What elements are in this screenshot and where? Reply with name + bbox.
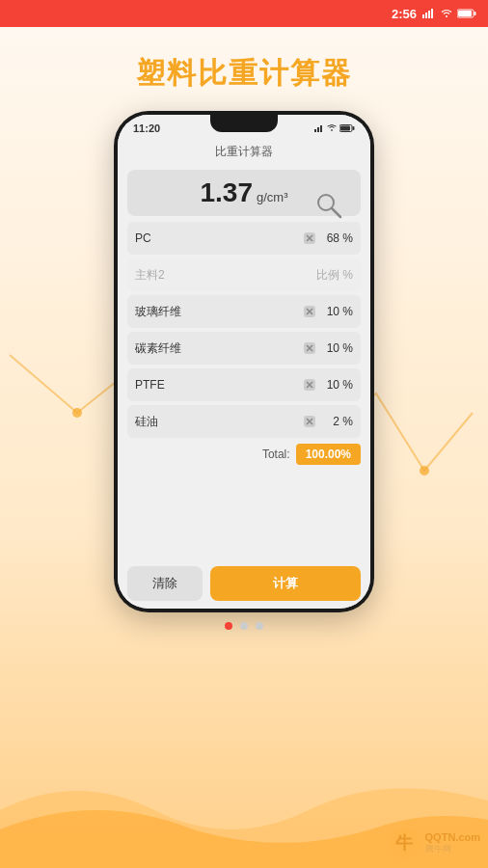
nav-dot-1[interactable] [225,622,232,630]
input-row-carbon-fiber[interactable]: 碳素纤维 10 % [127,332,361,365]
status-time: 2:56 [392,7,417,21]
app-titlebar: 比重计算器 [118,142,370,164]
bottom-nav [0,612,488,634]
wave-decoration [0,752,488,868]
total-label: Total: [262,448,290,461]
input-percent-glass-fiber: 10 % [322,305,353,318]
input-label-silicone: 硅油 [135,414,297,430]
svg-rect-11 [314,129,316,132]
x-icon-ptfe [304,379,315,391]
svg-rect-2 [428,11,430,18]
total-row: Total: 100.00% [127,442,361,467]
total-value: 100.00% [296,444,361,465]
phone-signal-icon [314,124,324,132]
page-background: 塑料比重计算器 11:20 [0,27,488,868]
status-icons [422,9,476,18]
result-display: 1.37 g/cm³ [127,170,361,216]
svg-rect-12 [317,127,319,132]
phone-battery-icon [339,124,355,132]
clear-btn-glass-fiber[interactable] [301,303,318,320]
phone-notch [210,115,278,132]
input-percent-silicone: 2 % [322,415,353,428]
phone-status-time: 11:20 [133,122,160,134]
input-row-material2[interactable]: 主料2 比例 % [127,258,361,291]
calculator-area: 1.37 g/cm³ PC [118,164,370,560]
svg-line-18 [332,208,340,217]
input-percent-ptfe: 10 % [322,378,353,392]
svg-rect-15 [353,126,355,130]
input-percent-pc: 68 % [322,231,353,245]
phone-inner: 11:20 [118,115,370,609]
x-icon-silicone [304,416,315,427]
wifi-icon [440,9,453,18]
input-row-glass-fiber[interactable]: 玻璃纤维 10 % [127,295,361,328]
svg-rect-1 [425,13,427,18]
clear-button[interactable]: 清除 [127,566,203,601]
page-title: 塑料比重计算器 [0,27,488,94]
input-row-pc[interactable]: PC 68 % [127,222,361,255]
phone-wifi-icon [327,124,337,132]
input-row-silicone[interactable]: 硅油 2 % [127,405,361,438]
clear-btn-pc[interactable] [301,230,318,247]
x-icon-pc [304,232,315,244]
input-label-pc: PC [135,231,297,245]
status-bar: 2:56 [0,0,488,27]
input-percent-carbon-fiber: 10 % [322,341,353,355]
phone-frame: 11:20 [114,111,374,612]
input-label-glass-fiber: 玻璃纤维 [135,304,297,320]
input-row-ptfe[interactable]: PTFE 10 % [127,368,361,401]
svg-rect-6 [458,11,472,16]
clear-btn-carbon-fiber[interactable] [301,339,318,357]
nav-dot-3[interactable] [256,622,263,630]
signal-icon [422,9,436,18]
phone-frame-wrapper: 11:20 [0,111,488,612]
clear-btn-silicone[interactable] [301,413,318,430]
nav-dot-2[interactable] [240,622,248,630]
x-icon-carbon-fiber [304,342,315,354]
phone-status-icons [314,124,355,132]
phone-action-buttons: 清除 计算 [118,560,370,609]
result-value: 1.37 [201,177,254,208]
input-label-material2: 主料2 [135,267,312,284]
clear-btn-ptfe[interactable] [301,376,318,393]
input-label-carbon-fiber: 碳素纤维 [135,340,297,357]
svg-rect-16 [340,126,350,131]
battery-icon [457,9,476,18]
result-unit: g/cm³ [257,190,288,204]
x-icon-glass-fiber [304,306,315,317]
calculate-button[interactable]: 计算 [210,566,361,601]
input-label-ptfe: PTFE [135,378,297,392]
svg-rect-3 [431,9,433,18]
svg-rect-13 [320,125,322,132]
svg-rect-0 [422,14,424,18]
app-title-text: 比重计算器 [215,145,273,158]
magnify-icon [316,193,343,220]
input-percent-material2: 比例 % [316,267,353,284]
svg-rect-5 [474,12,476,15]
